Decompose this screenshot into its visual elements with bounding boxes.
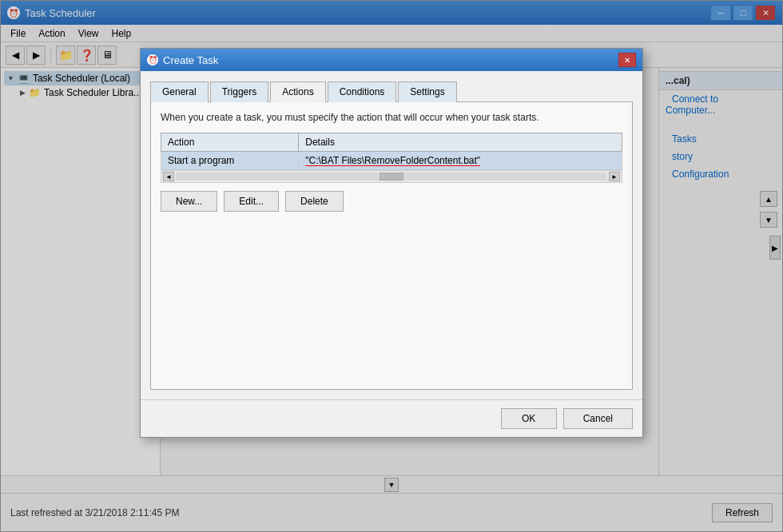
dialog-tabs: General Triggers Actions Conditions Sett… (150, 81, 633, 102)
scroll-right-button[interactable]: ► (609, 172, 620, 181)
main-window: ⏰ Task Scheduler ─ □ ✕ File Action View … (0, 0, 783, 532)
table-row[interactable]: Start a program "C:\BAT Files\RemoveFold… (161, 152, 622, 170)
cell-action: Start a program (161, 152, 299, 170)
tab-description: When you create a task, you must specify… (161, 112, 622, 123)
new-button[interactable]: New... (161, 191, 217, 212)
horizontal-scrollbar[interactable]: ◄ ► (161, 170, 622, 183)
tab-general[interactable]: General (150, 81, 209, 102)
action-buttons: New... Edit... Delete (161, 191, 622, 212)
dialog-title-left: ⏰ Create Task (147, 54, 218, 66)
modal-overlay: ⏰ Create Task ✕ General Triggers Actions… (0, 0, 783, 532)
tab-triggers[interactable]: Triggers (210, 81, 269, 102)
tab-actions[interactable]: Actions (270, 81, 325, 102)
cancel-button[interactable]: Cancel (563, 408, 633, 429)
delete-button[interactable]: Delete (285, 191, 344, 212)
scroll-left-button[interactable]: ◄ (163, 172, 174, 181)
dialog-close-button[interactable]: ✕ (618, 53, 636, 67)
create-task-dialog: ⏰ Create Task ✕ General Triggers Actions… (140, 48, 643, 438)
scrollbar-track[interactable] (176, 173, 607, 181)
cell-details: "C:\BAT Files\RemoveFolderContent.bat" (299, 152, 622, 170)
tab-conditions[interactable]: Conditions (328, 81, 397, 102)
tab-content-actions: When you create a task, you must specify… (150, 102, 633, 390)
edit-button[interactable]: Edit... (224, 191, 279, 212)
tab-settings[interactable]: Settings (398, 81, 456, 102)
scrollbar-thumb[interactable] (380, 173, 403, 181)
ok-button[interactable]: OK (501, 408, 557, 429)
col-action: Action (161, 133, 299, 152)
dialog-title-bar: ⏰ Create Task ✕ (141, 49, 642, 71)
dialog-icon: ⏰ (147, 54, 158, 66)
col-details: Details (299, 133, 622, 152)
action-table: Action Details Start a program "C:\BAT F… (161, 133, 622, 170)
dialog-footer: OK Cancel (141, 399, 642, 437)
dialog-body: General Triggers Actions Conditions Sett… (141, 71, 642, 399)
dialog-title: Create Task (163, 54, 218, 66)
